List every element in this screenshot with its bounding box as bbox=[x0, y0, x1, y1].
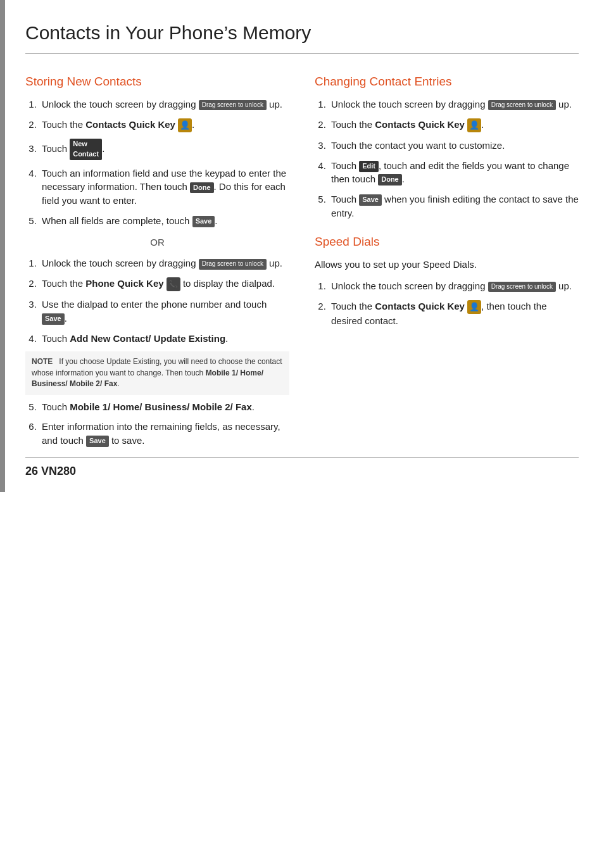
list-item: Unlock the touch screen by dragging Drag… bbox=[329, 279, 579, 293]
save-btn-3: Save bbox=[86, 436, 109, 447]
list-item: Touch the Phone Quick Key 📞 to display t… bbox=[39, 277, 289, 291]
speed-steps-list: Unlock the touch screen by dragging Drag… bbox=[315, 279, 579, 328]
new-contact-btn: NewContact bbox=[70, 139, 102, 160]
drag-unlock-btn-2: Drag screen to unlock bbox=[199, 259, 267, 270]
note-label: NOTE bbox=[32, 357, 53, 366]
list-item: Touch NewContact. bbox=[39, 139, 289, 160]
drag-unlock-btn-3: Drag screen to unlock bbox=[488, 100, 556, 111]
list-item: Unlock the touch screen by dragging Drag… bbox=[329, 97, 579, 111]
alt-steps-list: Unlock the touch screen by dragging Drag… bbox=[25, 256, 289, 345]
list-item: Touch the Contacts Quick Key 👤. bbox=[39, 118, 289, 132]
list-item: Touch Add New Contact/ Update Existing. bbox=[39, 332, 289, 346]
save-btn-4: Save bbox=[359, 194, 382, 206]
contacts-icon-2: 👤 bbox=[467, 118, 481, 132]
list-item: Touch an information field and use the k… bbox=[39, 167, 289, 208]
speed-desc: Allows you to set up your Speed Dials. bbox=[315, 258, 579, 272]
left-column: Storing New Contacts Unlock the touch sc… bbox=[25, 66, 289, 454]
list-item: Touch Mobile 1/ Home/ Business/ Mobile 2… bbox=[39, 400, 289, 414]
save-btn: Save bbox=[192, 216, 215, 227]
list-item: When all fields are complete, touch Save… bbox=[39, 214, 289, 228]
cont-steps-list: Touch Mobile 1/ Home/ Business/ Mobile 2… bbox=[25, 400, 289, 448]
drag-unlock-btn: Drag screen to unlock bbox=[199, 100, 267, 111]
phone-icon: 📞 bbox=[167, 277, 180, 291]
left-border bbox=[0, 0, 5, 492]
list-item: Unlock the touch screen by dragging Drag… bbox=[39, 256, 289, 270]
storing-steps-list: Unlock the touch screen by dragging Drag… bbox=[25, 97, 289, 228]
list-item: Enter information into the remaining fie… bbox=[39, 420, 289, 448]
edit-btn: Edit bbox=[359, 161, 379, 172]
footer: 26 VN280 bbox=[25, 457, 579, 479]
note-box: NOTE If you choose Update Existing, you … bbox=[25, 351, 289, 394]
save-btn-2: Save bbox=[42, 313, 65, 325]
list-item: Touch Edit, touch and edit the fields yo… bbox=[329, 159, 579, 187]
right-column: Changing Contact Entries Unlock the touc… bbox=[315, 66, 579, 454]
done-btn-2: Done bbox=[378, 174, 402, 186]
speed-title: Speed Dials bbox=[315, 233, 579, 251]
list-item: Touch the Contacts Quick Key 👤, then tou… bbox=[329, 299, 579, 328]
list-item: Touch the contact you want to customize. bbox=[329, 139, 579, 153]
drag-unlock-btn-4: Drag screen to unlock bbox=[488, 282, 556, 292]
list-item: Unlock the touch screen by dragging Drag… bbox=[39, 97, 289, 111]
or-divider: OR bbox=[25, 236, 289, 249]
done-btn: Done bbox=[190, 182, 214, 194]
changing-title: Changing Contact Entries bbox=[315, 73, 579, 91]
storing-title: Storing New Contacts bbox=[25, 73, 289, 91]
list-item: Touch the Contacts Quick Key 👤. bbox=[329, 118, 579, 132]
changing-steps-list: Unlock the touch screen by dragging Drag… bbox=[315, 97, 579, 220]
list-item: Touch Save when you finish editing the c… bbox=[329, 192, 579, 220]
contacts-icon-3: 👤 bbox=[467, 300, 481, 314]
contacts-icon: 👤 bbox=[178, 118, 192, 132]
list-item: Use the dialpad to enter the phone numbe… bbox=[39, 298, 289, 325]
page-title: Contacts in Your Phone’s Memory bbox=[25, 19, 579, 54]
note-text: If you choose Update Existing, you will … bbox=[32, 357, 282, 388]
